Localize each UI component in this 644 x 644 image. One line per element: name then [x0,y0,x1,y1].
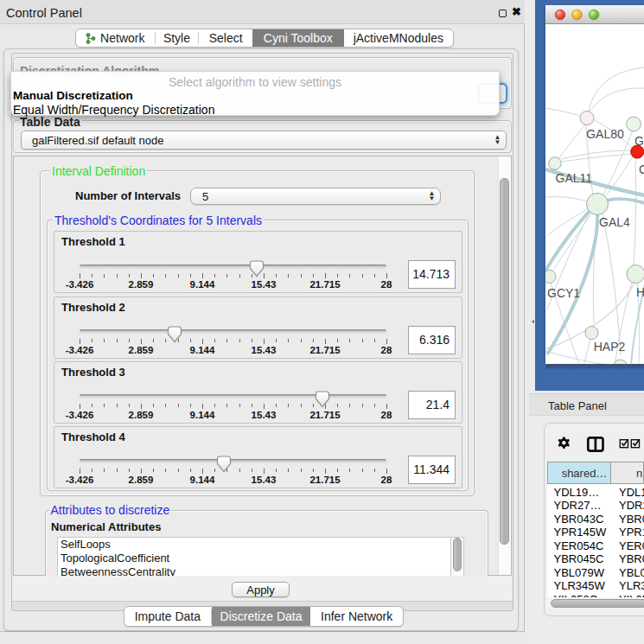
svg-text:GAL11: GAL11 [555,171,592,185]
svg-text:GA: GA [634,134,644,148]
svg-text:GAL80: GAL80 [586,127,624,141]
svg-text:HAP2: HAP2 [593,340,625,354]
svg-text:C: C [639,163,644,176]
svg-text:HA: HA [636,285,644,299]
svg-text:GCY1: GCY1 [547,286,580,300]
svg-text:GAL4: GAL4 [599,215,630,229]
